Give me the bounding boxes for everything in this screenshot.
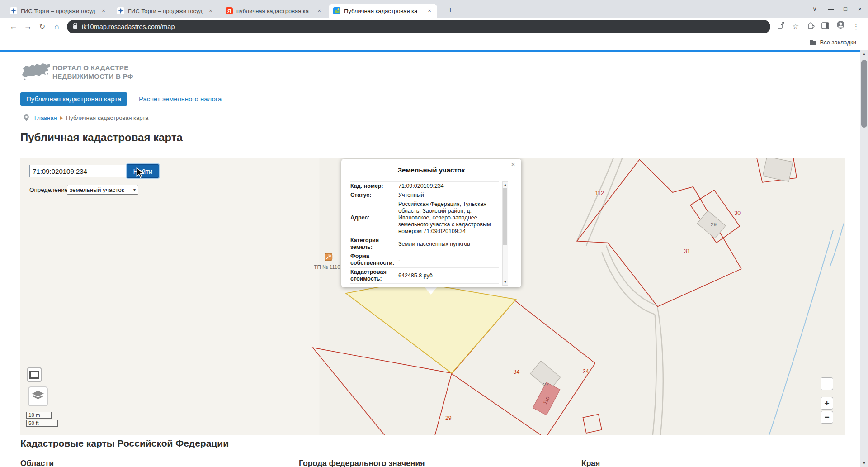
browser-window: ГИС Торги – продажи госуд × ГИС Торги – …	[0, 0, 868, 467]
tab-close-icon[interactable]: ×	[207, 7, 215, 15]
scroll-down-icon[interactable]: ▼	[503, 280, 508, 285]
fullscreen-button[interactable]	[27, 367, 42, 382]
yandex-favicon: Я	[226, 7, 233, 14]
building-label: 27	[543, 381, 549, 387]
popup-row-address: Адрес: Российская Федерация, Тульская об…	[350, 200, 499, 236]
zoom-out-button[interactable]: −	[821, 411, 833, 424]
scale-feet: 50 ft	[26, 420, 58, 427]
column-header-oblasti: Области	[20, 459, 54, 467]
bookmark-star-icon[interactable]: ☆	[788, 19, 802, 33]
tab-title: Публичная кадастровая ка	[344, 8, 425, 14]
popup-row-land-category: Категория земель: Земли населенных пункт…	[350, 236, 499, 252]
profile-avatar[interactable]	[834, 19, 848, 33]
chevron-down-icon: ▾	[133, 187, 136, 192]
scroll-up-icon[interactable]: ▲	[503, 182, 508, 187]
gis-torgi-favicon	[117, 7, 124, 14]
tab-gis-torgi-2[interactable]: ГИС Торги – продажи госуд ×	[113, 4, 218, 18]
nav-tab-land-tax[interactable]: Расчет земельного налога	[139, 92, 222, 106]
definition-select[interactable]: земельный участок ▾	[67, 185, 138, 195]
column-header-kraya: Края	[581, 459, 600, 467]
tab-close-icon[interactable]: ×	[99, 7, 108, 15]
map-container[interactable]: 112 30 29 31 34 34 27 29 110 ТП № 1110 Н…	[20, 158, 845, 435]
breadcrumb-home-link[interactable]: Главная	[34, 114, 57, 121]
building-label: 29	[711, 221, 717, 227]
popup-row-cad-number: Кад. номер: 71:09:020109:234	[350, 181, 499, 191]
breadcrumb-arrow-icon	[60, 116, 63, 120]
scroll-down-icon[interactable]: ▼	[860, 460, 868, 467]
search-input[interactable]	[29, 165, 128, 177]
breadcrumb-current: Публичная кадастровая карта	[66, 114, 148, 121]
map-favicon	[333, 7, 340, 14]
zoom-in-button[interactable]: +	[821, 397, 833, 410]
portal-logo	[21, 61, 51, 84]
popup-scrollbar[interactable]: ▲ ▼	[502, 181, 508, 286]
back-icon[interactable]: ←	[6, 19, 20, 33]
tab-close-icon[interactable]: ×	[425, 7, 434, 15]
forward-icon[interactable]: →	[21, 19, 35, 33]
window-maximize-button[interactable]: □	[838, 0, 853, 18]
tab-strip: ГИС Торги – продажи госуд × ГИС Торги – …	[0, 0, 868, 18]
accent-divider	[0, 50, 860, 52]
logo-text-line2: НЕДВИЖИМОСТИ В РФ	[52, 72, 133, 80]
page-title: Публичная кадастровая карта	[20, 131, 183, 144]
logo-text-line1: ПОРТАЛ О КАДАСТРЕ	[52, 64, 128, 71]
parcel-label: 112	[595, 190, 604, 196]
tab-gis-torgi-1[interactable]: ГИС Торги – продажи госуд ×	[5, 4, 111, 18]
parcel-label: 34	[583, 368, 589, 375]
nav-tab-cadastral-map[interactable]: Публичная кадастровая карта	[20, 92, 127, 106]
popup-pointer	[425, 287, 437, 295]
scroll-thumb[interactable]	[861, 60, 867, 128]
parcel-info-popup: Земельный участок × Кад. номер: 71:09:02…	[341, 159, 521, 287]
tab-separator	[220, 7, 220, 15]
mouse-cursor	[134, 167, 146, 181]
tab-search-chevron-icon[interactable]: ∨	[807, 0, 822, 18]
all-bookmarks-label: Все закладки	[820, 39, 856, 46]
tab-title: публичная кадастровая ка	[236, 8, 315, 14]
page-scrollbar[interactable]: ▲ ▼	[860, 50, 868, 467]
tab-yandex-search[interactable]: Я публичная кадастровая ка ×	[221, 4, 327, 18]
scroll-up-icon[interactable]: ▲	[860, 51, 868, 58]
url-text: ik10map.roscadastres.com/map	[82, 23, 175, 30]
side-panel-icon[interactable]	[818, 19, 832, 33]
popup-row-ownership: Форма собственности: -	[350, 252, 499, 268]
tab-close-icon[interactable]: ×	[315, 7, 323, 15]
folder-icon	[810, 38, 817, 47]
layers-icon	[32, 390, 44, 403]
popup-row-clipped: Уточненная	[350, 284, 499, 286]
tab-separator	[112, 7, 112, 15]
all-bookmarks-button[interactable]: Все закладки	[810, 35, 856, 50]
parcel-label: 29	[445, 415, 452, 421]
tab-title: ГИС Торги – продажи госуд	[128, 8, 207, 14]
browser-toolbar: ← → ↻ ⌂ ik10map.roscadastres.com/map ☆ ⋮	[0, 18, 868, 35]
scale-meters: 10 m	[26, 412, 52, 419]
extensions-icon[interactable]	[804, 19, 818, 33]
window-close-button[interactable]: ×	[853, 0, 867, 18]
tab-title: ГИС Торги – продажи госуд	[21, 8, 99, 14]
address-bar[interactable]: ik10map.roscadastres.com/map	[67, 20, 770, 33]
close-icon[interactable]: ×	[509, 161, 517, 169]
definition-value: земельный участок	[70, 186, 124, 193]
column-header-federal-cities: Города федерального значения	[299, 459, 425, 467]
share-icon[interactable]	[774, 19, 788, 33]
parcel-label: 34	[514, 369, 520, 375]
gis-torgi-favicon	[10, 7, 17, 14]
window-minimize-button[interactable]: —	[824, 0, 838, 18]
menu-icon[interactable]: ⋮	[849, 19, 863, 33]
attribution-button[interactable]	[821, 377, 833, 390]
popup-scroll-thumb[interactable]	[503, 188, 507, 245]
tp-label: ТП № 1110	[314, 264, 340, 270]
bookmarks-bar: Все закладки	[0, 35, 868, 50]
location-pin-icon	[24, 114, 29, 124]
popup-title: Земельный участок	[341, 159, 521, 174]
parcel-label: 31	[684, 248, 690, 254]
new-tab-button[interactable]: +	[444, 4, 457, 17]
reload-icon[interactable]: ↻	[35, 19, 49, 33]
popup-row-cadastral-value: Кадастровая стоимость: 642485.8 руб	[350, 268, 499, 284]
layers-button[interactable]	[28, 386, 48, 406]
tab-cadastral-map-active[interactable]: Публичная кадастровая ка ×	[329, 4, 437, 18]
definition-label: Определение:	[29, 186, 70, 193]
fullscreen-icon	[29, 371, 39, 379]
lock-icon	[73, 23, 78, 31]
home-icon[interactable]: ⌂	[50, 19, 64, 33]
map-background-light	[20, 158, 319, 435]
